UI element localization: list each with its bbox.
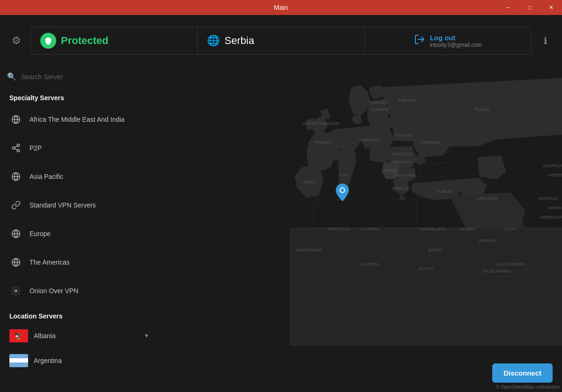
- sidebar-item-africa[interactable]: Africa The Middle East And India: [0, 105, 159, 134]
- location-pin: [336, 184, 349, 203]
- svg-text:ARMENIAN: ARMENIAN: [548, 173, 562, 178]
- search-icon: 🔍: [7, 72, 16, 81]
- svg-text:ITALY: ITALY: [339, 173, 350, 178]
- sidebar-item-asia-pacific[interactable]: Asia Pacific: [0, 163, 159, 191]
- protected-status: Protected: [31, 27, 198, 54]
- logout-button[interactable]: Log out inbody.5@gmail.com: [365, 27, 531, 54]
- svg-text:POLAND: POLAND: [395, 133, 413, 138]
- vpn-icon: [9, 199, 22, 212]
- location-section-label: Location Servers: [0, 305, 159, 324]
- svg-point-2: [17, 144, 20, 147]
- svg-line-5: [15, 148, 17, 150]
- sidebar-item-p2p[interactable]: P2P: [0, 134, 159, 163]
- globe-icon: [9, 113, 22, 126]
- sidebar-item-europe[interactable]: Europe: [0, 220, 159, 248]
- close-button[interactable]: ✕: [540, 0, 562, 15]
- globe-icon: [9, 227, 22, 240]
- country-item-albania[interactable]: 🦅 Albania ▼: [0, 324, 159, 348]
- settings-icon: ⚙: [12, 35, 21, 47]
- svg-text:KUWAIT: KUWAIT: [460, 227, 477, 231]
- p2p-label: P2P: [30, 144, 42, 152]
- svg-text:SWEDEN: SWEDEN: [370, 100, 389, 105]
- info-icon: ℹ: [544, 35, 547, 46]
- svg-text:UNITED KINGDOM: UNITED KINGDOM: [302, 121, 339, 126]
- country-item-argentina[interactable]: Argentina: [0, 348, 159, 373]
- svg-text:BULGARIA: BULGARIA: [394, 173, 416, 178]
- svg-text:AZERBAIJAN: AZERBAIJAN: [540, 215, 562, 220]
- svg-text:FINLAND: FINLAND: [399, 98, 417, 103]
- protected-label: Protected: [61, 35, 108, 47]
- sidebar-item-americas[interactable]: The Americas: [0, 248, 159, 277]
- svg-point-4: [17, 149, 20, 152]
- svg-text:JORDAN: JORDAN: [478, 238, 495, 243]
- onion-label: Onion Over VPN: [30, 287, 78, 295]
- location-label: Serbia: [224, 35, 254, 47]
- status-bar: Protected 🌐 Serbia Log out inbody.5@gmai…: [30, 27, 532, 55]
- map-area: RUSSIA SWEDEN FINLAND UNITED KINGDOM FRA…: [159, 67, 562, 392]
- map-container: RUSSIA SWEDEN FINLAND UNITED KINGDOM FRA…: [159, 67, 562, 392]
- svg-text:SPAIN: SPAIN: [303, 180, 315, 185]
- app-title: Main: [274, 4, 288, 11]
- logout-label: Log out: [430, 34, 482, 42]
- search-input[interactable]: [21, 73, 152, 81]
- globe-icon: 🌐: [207, 35, 220, 47]
- svg-point-54: [340, 188, 344, 192]
- americas-label: The Americas: [30, 259, 70, 266]
- albania-expand-icon: ▼: [144, 333, 149, 339]
- svg-text:ALGERIA: ALGERIA: [361, 262, 379, 266]
- svg-text:LEBANON: LEBANON: [477, 196, 497, 201]
- asia-pacific-label: Asia Pacific: [30, 173, 63, 180]
- logout-icon: [414, 34, 425, 48]
- header: ⚙ Protected 🌐 Serbia Log out: [0, 15, 562, 67]
- svg-text:ROMANIA: ROMANIA: [393, 160, 413, 164]
- albania-name: Albania: [34, 332, 138, 340]
- svg-text:GEORGIA: GEORGIA: [538, 196, 558, 201]
- search-bar: 🔍: [0, 67, 159, 87]
- svg-text:GREECE: GREECE: [392, 186, 409, 191]
- svg-text:GERMANY: GERMANY: [359, 138, 381, 142]
- svg-line-6: [15, 146, 17, 147]
- info-button[interactable]: ℹ: [536, 31, 555, 50]
- svg-text:SAUDI ARABIA: SAUDI ARABIA: [482, 269, 511, 274]
- sidebar-item-standard-vpn[interactable]: Standard VPN Servers: [0, 191, 159, 220]
- svg-text:RUSSIA: RUSSIA: [474, 107, 490, 112]
- specialty-section-label: Specialty Servers: [0, 87, 159, 105]
- svg-text:SERBIA: SERBIA: [383, 168, 399, 173]
- svg-text:ARMENIA: ARMENIA: [547, 206, 562, 210]
- sidebar: 🔍 Specialty Servers Africa The Middle Ea…: [0, 67, 159, 392]
- svg-text:TUNISIA: TUNISIA: [418, 227, 435, 231]
- sidebar-item-onion[interactable]: Onion Over VPN: [0, 277, 159, 305]
- svg-text:MAURITANIA: MAURITANIA: [296, 248, 322, 252]
- svg-text:TURKEY: TURKEY: [436, 189, 454, 194]
- argentina-name: Argentina: [34, 357, 149, 364]
- svg-text:GEORGIA: GEORGIA: [543, 163, 562, 168]
- svg-text:UKRAINE: UKRAINE: [422, 140, 440, 145]
- svg-text:EGYPT: EGYPT: [419, 266, 434, 271]
- window-controls: – □ ✕: [497, 0, 562, 15]
- svg-text:MOLDOVA: MOLDOVA: [392, 152, 413, 156]
- svg-point-3: [13, 147, 15, 149]
- europe-label: Europe: [30, 230, 51, 237]
- onion-icon: [9, 284, 22, 297]
- standard-vpn-label: Standard VPN Servers: [30, 201, 96, 209]
- user-email: inbody.5@gmail.com: [430, 42, 482, 48]
- svg-text:NORWAY: NORWAY: [370, 107, 388, 112]
- svg-rect-15: [314, 200, 417, 228]
- svg-text:EGYPT: EGYPT: [503, 227, 518, 231]
- maximize-button[interactable]: □: [519, 0, 540, 15]
- settings-button[interactable]: ⚙: [7, 31, 26, 50]
- logout-info: Log out inbody.5@gmail.com: [430, 34, 482, 48]
- map-credit: © OpenStreetMap contributors: [496, 385, 560, 390]
- share-icon: [9, 141, 22, 155]
- svg-text:LIBYA: LIBYA: [435, 227, 446, 231]
- disconnect-button[interactable]: Disconnect: [492, 363, 553, 383]
- title-bar: Main – □ ✕: [0, 0, 562, 15]
- svg-text:EGYPT: EGYPT: [429, 248, 443, 252]
- location-status: 🌐 Serbia: [198, 27, 364, 54]
- svg-text:ALGERIA: ALGERIA: [361, 227, 379, 231]
- svg-text:SAUDI ARABIA: SAUDI ARABIA: [496, 262, 525, 266]
- minimize-button[interactable]: –: [497, 0, 519, 15]
- svg-point-13: [15, 290, 17, 292]
- africa-label: Africa The Middle East And India: [30, 116, 125, 123]
- svg-text:MOROCCO: MOROCCO: [327, 227, 350, 231]
